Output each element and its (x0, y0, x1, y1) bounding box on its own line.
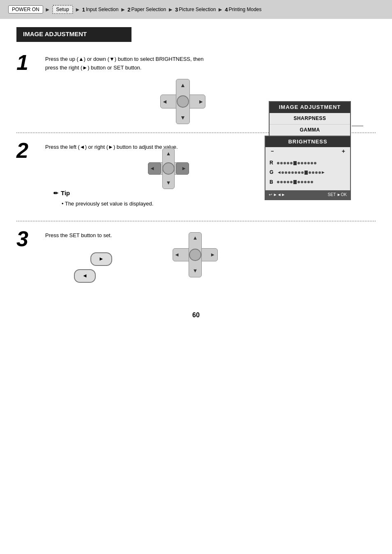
step3-number: 3 (16, 228, 41, 282)
right-btn[interactable]: ► (90, 252, 112, 266)
nav-picture-label: Picture Selection (179, 7, 216, 12)
brightness-minus-plus: － ＋ (265, 147, 350, 157)
pointer-line (352, 126, 363, 126)
brightness-g-right: ► (321, 169, 325, 176)
brightness-row-r: R (270, 159, 346, 167)
nav-printing-label: Printing Modes (228, 7, 261, 12)
screen-item-sharpness: SHARPNESS (270, 113, 350, 125)
nav-arrow-1: ► (45, 6, 51, 13)
step1-number: 1 (16, 52, 41, 124)
brightness-g-indicator (304, 171, 308, 175)
left-btn-icon: ◄ (82, 272, 88, 280)
nav-input: 1 Input Selection (82, 7, 119, 13)
step2-dpad-down: ▼ (166, 179, 171, 187)
brightness-r-label: R (270, 159, 275, 167)
nav-input-label: Input Selection (86, 7, 118, 12)
brightness-g-left: ◄ (277, 169, 281, 176)
tip-bullet: The previously set value is displayed. (53, 200, 376, 208)
brightness-row-b: B (270, 178, 346, 186)
step2-dpad-center (162, 162, 175, 175)
nav-paper-label: Paper Selection (131, 7, 166, 12)
step3-content: Press the SET button to set. ► ◄ (45, 228, 376, 282)
brightness-plus: ＋ (341, 147, 346, 156)
nav-arrow-4: ► (168, 6, 173, 13)
step2-content: Press the left (◄) or right (►) button t… (45, 140, 376, 213)
nav-power-on: POWER ON (8, 5, 43, 14)
step3: 3 Press the SET button to set. ► ◄ (16, 228, 376, 282)
nav-step4-num: 4 (225, 7, 228, 13)
brightness-g-label: G (270, 169, 275, 176)
tip-label: Tip (61, 188, 70, 198)
brightness-row-g: G ◄ (270, 169, 346, 176)
nav-step1-num: 1 (82, 7, 85, 13)
section-header: IMAGE ADJUSTMENT (16, 27, 131, 42)
brightness-b-bar (277, 180, 313, 184)
step2-dpad: ▲ ▼ ◄ ► (148, 148, 189, 189)
step3-dpad-down: ▼ (193, 267, 198, 275)
brightness-box: BRIGHTNESS － ＋ R (265, 136, 351, 200)
brightness-b-indicator (293, 180, 297, 184)
page-number: 60 (0, 312, 392, 327)
step1-content: Press the up (▲) or down (▼) button to s… (45, 52, 376, 124)
step3-dpad-left: ◄ (174, 251, 180, 259)
brightness-title: BRIGHTNESS (265, 136, 350, 148)
step2-brightness-screen: BRIGHTNESS － ＋ R (265, 136, 351, 200)
nav-step2-num: 2 (127, 7, 130, 13)
sep2 (16, 221, 376, 222)
left-btn[interactable]: ◄ (74, 269, 96, 283)
brightness-footer: ↩ ►◄► SET ►OK (265, 190, 350, 199)
step2: 2 Press the left (◄) or right (►) button… (16, 140, 376, 213)
step2-dpad-large: ▲ ▼ ◄ ► (148, 148, 189, 189)
step3-dpad-center (189, 249, 201, 261)
nav-arrow-3: ► (120, 6, 126, 13)
step3-dpad-right: ► (210, 251, 215, 259)
nav-printing: 4 Printing Modes (225, 7, 261, 13)
step3-dpad: ▲ ▼ ◄ ► (173, 232, 218, 277)
step2-dpad-up: ▲ (166, 150, 171, 158)
step1: 1 Press the up (▲) or down (▼) button to… (16, 52, 376, 124)
step1-text: Press the up (▲) or down (▼) button to s… (45, 55, 218, 72)
brightness-r-indicator (293, 161, 297, 165)
nav-picture: 3 Picture Selection (175, 7, 216, 13)
dpad-left-arrow: ◄ (162, 97, 168, 106)
main-content: IMAGE ADJUSTMENT 1 Press the up (▲) or d… (0, 19, 392, 299)
step2-dpad-left: ◄ (150, 164, 155, 173)
nav-paper: 2 Paper Selection (127, 7, 166, 13)
step2-wrapper: 2 Press the left (◄) or right (►) button… (16, 140, 376, 213)
nav-arrow-2: ► (75, 6, 81, 13)
nav-setup: Setup (52, 5, 73, 14)
dpad-right-arrow: ► (198, 97, 204, 106)
step3-dpad-large: ▲ ▼ ◄ ► (173, 232, 218, 277)
brightness-r-bar (277, 161, 316, 165)
nav-power-label: POWER ON (8, 5, 43, 14)
nav-setup-label: Setup (52, 5, 73, 14)
right-btn-icon: ► (99, 255, 104, 263)
nav-arrow-5: ► (217, 6, 223, 13)
step2-number: 2 (16, 140, 41, 213)
screen-title: IMAGE ADJUSTMENT (270, 102, 350, 113)
dpad-center (177, 95, 189, 108)
dpad-up-arrow: ▲ (180, 81, 186, 90)
brightness-footer-left: ↩ ►◄► (269, 192, 285, 198)
brightness-footer-right: SET ►OK (328, 192, 347, 198)
brightness-b-label: B (270, 178, 275, 186)
step2-dpad-right: ► (181, 164, 187, 173)
brightness-controls: R (265, 157, 350, 190)
nav-step3-num: 3 (175, 7, 178, 13)
step1-wrapper: 1 Press the up (▲) or down (▼) button to… (16, 52, 376, 124)
dpad-down-arrow: ▼ (180, 113, 186, 122)
step3-text: Press the SET button to set. (45, 231, 193, 240)
pencil-icon: ✏ (53, 189, 58, 198)
brightness-minus: － (270, 147, 275, 156)
step3-wrapper: 3 Press the SET button to set. ► ◄ (16, 228, 376, 282)
step3-dpad-up: ▲ (193, 234, 198, 242)
nav-bar: POWER ON ► Setup ► 1 Input Selection ► 2… (0, 0, 392, 19)
screen-item-gamma: GAMMA (270, 125, 350, 136)
brightness-g-bar (281, 171, 321, 175)
step1-dpad: ▲ ▼ ◄ ► (160, 79, 205, 124)
